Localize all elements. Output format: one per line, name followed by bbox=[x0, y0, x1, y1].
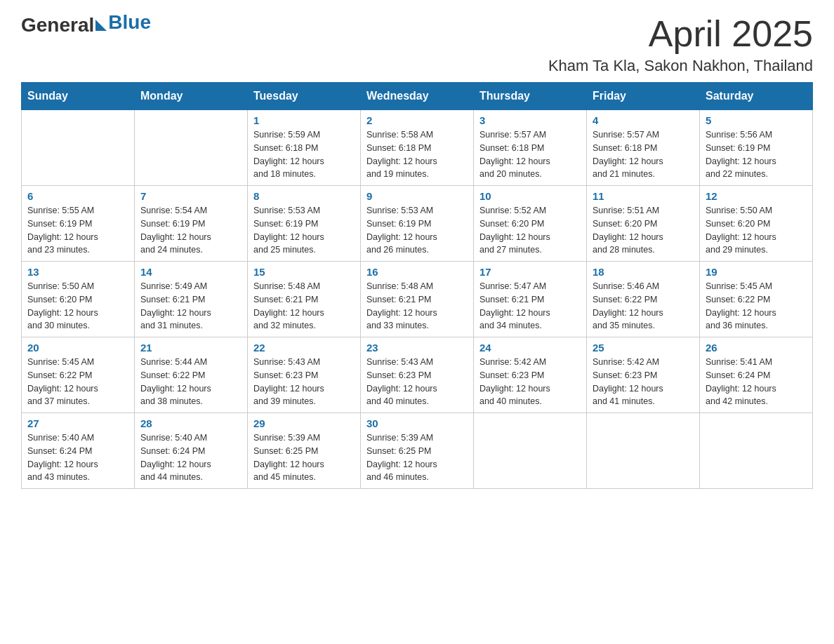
day-number: 16 bbox=[366, 266, 468, 278]
day-info: Sunrise: 5:46 AM Sunset: 6:22 PM Dayligh… bbox=[593, 280, 694, 333]
calendar-cell: 20Sunrise: 5:45 AM Sunset: 6:22 PM Dayli… bbox=[22, 337, 135, 413]
day-number: 23 bbox=[366, 342, 468, 354]
weekday-header-friday: Friday bbox=[587, 83, 700, 110]
day-number: 24 bbox=[479, 342, 581, 354]
day-info: Sunrise: 5:42 AM Sunset: 6:23 PM Dayligh… bbox=[593, 356, 694, 408]
calendar-week-row: 13Sunrise: 5:50 AM Sunset: 6:20 PM Dayli… bbox=[22, 262, 813, 337]
calendar-cell: 2Sunrise: 5:58 AM Sunset: 6:18 PM Daylig… bbox=[361, 110, 474, 186]
calendar-cell: 15Sunrise: 5:48 AM Sunset: 6:21 PM Dayli… bbox=[248, 262, 361, 337]
calendar-cell bbox=[22, 110, 135, 186]
title-block: April 2025 Kham Ta Kla, Sakon Nakhon, Th… bbox=[548, 14, 813, 75]
day-info: Sunrise: 5:45 AM Sunset: 6:22 PM Dayligh… bbox=[706, 280, 807, 333]
day-info: Sunrise: 5:41 AM Sunset: 6:24 PM Dayligh… bbox=[706, 356, 807, 408]
logo-blue-text: Blue bbox=[108, 11, 151, 34]
calendar-cell: 19Sunrise: 5:45 AM Sunset: 6:22 PM Dayli… bbox=[700, 262, 813, 337]
calendar-cell: 14Sunrise: 5:49 AM Sunset: 6:21 PM Dayli… bbox=[135, 262, 248, 337]
day-number: 18 bbox=[593, 266, 694, 278]
day-number: 4 bbox=[593, 114, 694, 126]
day-info: Sunrise: 5:44 AM Sunset: 6:22 PM Dayligh… bbox=[140, 356, 241, 408]
day-info: Sunrise: 5:55 AM Sunset: 6:19 PM Dayligh… bbox=[27, 204, 128, 257]
day-number: 27 bbox=[27, 417, 128, 429]
calendar-cell: 3Sunrise: 5:57 AM Sunset: 6:18 PM Daylig… bbox=[474, 110, 587, 186]
logo: General Blue bbox=[21, 14, 151, 36]
day-number: 11 bbox=[593, 190, 694, 202]
day-number: 3 bbox=[479, 114, 581, 126]
day-info: Sunrise: 5:50 AM Sunset: 6:20 PM Dayligh… bbox=[706, 204, 807, 257]
day-info: Sunrise: 5:43 AM Sunset: 6:23 PM Dayligh… bbox=[366, 356, 468, 408]
calendar-cell bbox=[700, 413, 813, 489]
weekday-header-tuesday: Tuesday bbox=[248, 83, 361, 110]
day-number: 21 bbox=[140, 342, 241, 354]
calendar-cell: 4Sunrise: 5:57 AM Sunset: 6:18 PM Daylig… bbox=[587, 110, 700, 186]
calendar-cell: 7Sunrise: 5:54 AM Sunset: 6:19 PM Daylig… bbox=[135, 186, 248, 262]
calendar-week-row: 1Sunrise: 5:59 AM Sunset: 6:18 PM Daylig… bbox=[22, 110, 813, 186]
calendar-header: SundayMondayTuesdayWednesdayThursdayFrid… bbox=[22, 83, 813, 110]
weekday-header-saturday: Saturday bbox=[700, 83, 813, 110]
day-info: Sunrise: 5:45 AM Sunset: 6:22 PM Dayligh… bbox=[27, 356, 128, 408]
calendar-cell: 12Sunrise: 5:50 AM Sunset: 6:20 PM Dayli… bbox=[700, 186, 813, 262]
logo-triangle-icon bbox=[95, 20, 107, 31]
day-info: Sunrise: 5:50 AM Sunset: 6:20 PM Dayligh… bbox=[27, 280, 128, 333]
calendar-cell: 30Sunrise: 5:39 AM Sunset: 6:25 PM Dayli… bbox=[361, 413, 474, 489]
calendar-cell: 10Sunrise: 5:52 AM Sunset: 6:20 PM Dayli… bbox=[474, 186, 587, 262]
day-info: Sunrise: 5:47 AM Sunset: 6:21 PM Dayligh… bbox=[479, 280, 581, 333]
calendar-cell: 24Sunrise: 5:42 AM Sunset: 6:23 PM Dayli… bbox=[474, 337, 587, 413]
calendar-week-row: 6Sunrise: 5:55 AM Sunset: 6:19 PM Daylig… bbox=[22, 186, 813, 262]
day-number: 26 bbox=[706, 342, 807, 354]
weekday-header-sunday: Sunday bbox=[22, 83, 135, 110]
calendar-cell: 5Sunrise: 5:56 AM Sunset: 6:19 PM Daylig… bbox=[700, 110, 813, 186]
calendar-cell: 16Sunrise: 5:48 AM Sunset: 6:21 PM Dayli… bbox=[361, 262, 474, 337]
day-info: Sunrise: 5:59 AM Sunset: 6:18 PM Dayligh… bbox=[253, 128, 355, 181]
calendar-cell: 17Sunrise: 5:47 AM Sunset: 6:21 PM Dayli… bbox=[474, 262, 587, 337]
calendar-cell: 6Sunrise: 5:55 AM Sunset: 6:19 PM Daylig… bbox=[22, 186, 135, 262]
day-info: Sunrise: 5:57 AM Sunset: 6:18 PM Dayligh… bbox=[593, 128, 694, 181]
day-info: Sunrise: 5:48 AM Sunset: 6:21 PM Dayligh… bbox=[366, 280, 468, 333]
day-number: 29 bbox=[253, 417, 355, 429]
day-info: Sunrise: 5:52 AM Sunset: 6:20 PM Dayligh… bbox=[479, 204, 581, 257]
day-number: 19 bbox=[706, 266, 807, 278]
calendar-cell bbox=[135, 110, 248, 186]
weekday-header-row: SundayMondayTuesdayWednesdayThursdayFrid… bbox=[22, 83, 813, 110]
day-number: 2 bbox=[366, 114, 468, 126]
calendar-week-row: 27Sunrise: 5:40 AM Sunset: 6:24 PM Dayli… bbox=[22, 413, 813, 489]
day-info: Sunrise: 5:58 AM Sunset: 6:18 PM Dayligh… bbox=[366, 128, 468, 181]
day-info: Sunrise: 5:40 AM Sunset: 6:24 PM Dayligh… bbox=[140, 431, 241, 484]
page-header: General Blue April 2025 Kham Ta Kla, Sak… bbox=[21, 14, 813, 75]
calendar-cell: 11Sunrise: 5:51 AM Sunset: 6:20 PM Dayli… bbox=[587, 186, 700, 262]
calendar-cell: 18Sunrise: 5:46 AM Sunset: 6:22 PM Dayli… bbox=[587, 262, 700, 337]
weekday-header-monday: Monday bbox=[135, 83, 248, 110]
weekday-header-thursday: Thursday bbox=[474, 83, 587, 110]
day-info: Sunrise: 5:51 AM Sunset: 6:20 PM Dayligh… bbox=[593, 204, 694, 257]
day-number: 9 bbox=[366, 190, 468, 202]
calendar-cell: 8Sunrise: 5:53 AM Sunset: 6:19 PM Daylig… bbox=[248, 186, 361, 262]
calendar-cell bbox=[474, 413, 587, 489]
calendar-cell: 9Sunrise: 5:53 AM Sunset: 6:19 PM Daylig… bbox=[361, 186, 474, 262]
day-info: Sunrise: 5:39 AM Sunset: 6:25 PM Dayligh… bbox=[253, 431, 355, 484]
day-number: 30 bbox=[366, 417, 468, 429]
calendar-cell: 27Sunrise: 5:40 AM Sunset: 6:24 PM Dayli… bbox=[22, 413, 135, 489]
day-number: 28 bbox=[140, 417, 241, 429]
calendar-week-row: 20Sunrise: 5:45 AM Sunset: 6:22 PM Dayli… bbox=[22, 337, 813, 413]
month-title: April 2025 bbox=[548, 14, 813, 54]
day-info: Sunrise: 5:53 AM Sunset: 6:19 PM Dayligh… bbox=[253, 204, 355, 257]
weekday-header-wednesday: Wednesday bbox=[361, 83, 474, 110]
calendar-cell: 13Sunrise: 5:50 AM Sunset: 6:20 PM Dayli… bbox=[22, 262, 135, 337]
day-info: Sunrise: 5:53 AM Sunset: 6:19 PM Dayligh… bbox=[366, 204, 468, 257]
calendar-cell: 23Sunrise: 5:43 AM Sunset: 6:23 PM Dayli… bbox=[361, 337, 474, 413]
day-number: 12 bbox=[706, 190, 807, 202]
day-info: Sunrise: 5:56 AM Sunset: 6:19 PM Dayligh… bbox=[706, 128, 807, 181]
day-number: 22 bbox=[253, 342, 355, 354]
day-number: 10 bbox=[479, 190, 581, 202]
day-number: 17 bbox=[479, 266, 581, 278]
day-number: 13 bbox=[27, 266, 128, 278]
day-info: Sunrise: 5:57 AM Sunset: 6:18 PM Dayligh… bbox=[479, 128, 581, 181]
calendar-cell: 26Sunrise: 5:41 AM Sunset: 6:24 PM Dayli… bbox=[700, 337, 813, 413]
day-number: 20 bbox=[27, 342, 128, 354]
day-number: 1 bbox=[253, 114, 355, 126]
calendar-body: 1Sunrise: 5:59 AM Sunset: 6:18 PM Daylig… bbox=[22, 110, 813, 489]
day-info: Sunrise: 5:40 AM Sunset: 6:24 PM Dayligh… bbox=[27, 431, 128, 484]
calendar-cell: 21Sunrise: 5:44 AM Sunset: 6:22 PM Dayli… bbox=[135, 337, 248, 413]
day-info: Sunrise: 5:42 AM Sunset: 6:23 PM Dayligh… bbox=[479, 356, 581, 408]
day-info: Sunrise: 5:54 AM Sunset: 6:19 PM Dayligh… bbox=[140, 204, 241, 257]
day-info: Sunrise: 5:43 AM Sunset: 6:23 PM Dayligh… bbox=[253, 356, 355, 408]
